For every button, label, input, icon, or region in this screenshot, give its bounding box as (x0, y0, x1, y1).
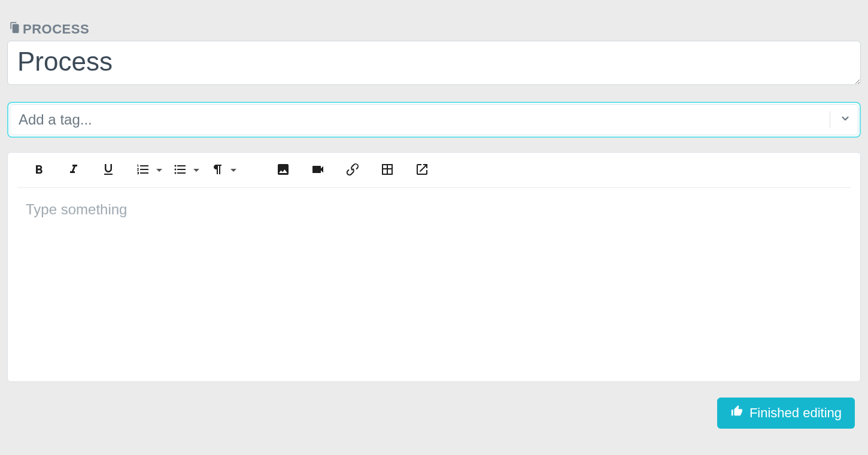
title-input[interactable] (7, 41, 861, 85)
insert-image-button[interactable] (276, 162, 290, 179)
section-label: PROCESS (7, 22, 861, 37)
caret-down-icon (193, 165, 199, 176)
underline-icon (101, 162, 116, 179)
external-link-icon (415, 162, 429, 179)
tag-dropdown-toggle[interactable] (836, 113, 858, 126)
editor-body[interactable]: Type something (8, 188, 860, 356)
italic-icon (66, 162, 81, 179)
insert-link-button[interactable] (345, 162, 360, 179)
table-icon (380, 162, 394, 179)
open-external-button[interactable] (415, 162, 429, 179)
copy-stack-icon (8, 22, 20, 37)
caret-down-icon (230, 165, 236, 176)
bold-button[interactable] (32, 162, 46, 179)
separator (830, 111, 830, 128)
insert-table-button[interactable] (380, 162, 394, 179)
editor-toolbar (17, 153, 851, 188)
chevron-down-icon (840, 113, 851, 126)
image-icon (276, 162, 290, 179)
ordered-list-icon (136, 162, 150, 179)
video-icon (311, 162, 325, 179)
thumbs-up-icon (730, 405, 743, 421)
tag-field[interactable] (10, 104, 858, 135)
bold-icon (32, 162, 46, 179)
section-label-text: PROCESS (23, 22, 89, 37)
insert-video-button[interactable] (311, 162, 325, 179)
rich-text-editor: Type something (7, 152, 861, 382)
tag-input[interactable] (10, 107, 824, 133)
link-icon (345, 162, 360, 179)
italic-button[interactable] (66, 162, 81, 179)
unordered-list-button[interactable] (173, 162, 199, 179)
underline-button[interactable] (101, 162, 116, 179)
finished-editing-button[interactable]: Finished editing (717, 398, 855, 429)
unordered-list-icon (173, 162, 187, 179)
tag-field-focus-ring (7, 102, 861, 138)
finished-editing-label: Finished editing (749, 405, 842, 421)
paragraph-format-button[interactable] (210, 162, 236, 179)
ordered-list-button[interactable] (136, 162, 162, 179)
footer: Finished editing (7, 382, 861, 429)
caret-down-icon (156, 165, 162, 176)
paragraph-icon (210, 162, 224, 179)
